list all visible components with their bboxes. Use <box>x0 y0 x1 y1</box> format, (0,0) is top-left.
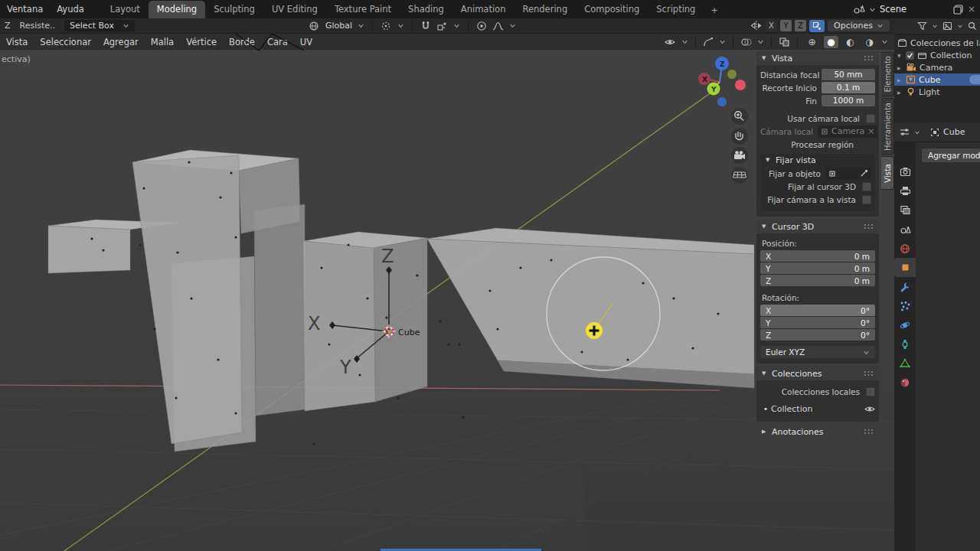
menu-ventana[interactable]: Ventana <box>0 4 50 15</box>
tab-particles[interactable] <box>894 296 916 315</box>
local-camera-checkbox[interactable] <box>866 114 875 123</box>
gizmo-neg-x-ball[interactable] <box>735 80 746 90</box>
expand-arrow-icon[interactable]: ▼ <box>897 53 903 58</box>
cursor-pos-z-field[interactable]: Z 0 m <box>760 275 875 286</box>
zoom-button[interactable] <box>731 108 748 125</box>
menu-cara[interactable]: Cara <box>261 37 294 47</box>
cursor-rot-y-field[interactable]: Y 0° <box>760 317 875 328</box>
chevron-down-icon[interactable] <box>932 23 938 29</box>
snap-toggle-button[interactable] <box>809 20 825 32</box>
snap-magnet-icon[interactable] <box>420 21 431 31</box>
add-modifier-button[interactable]: Agregar modificador <box>922 148 980 162</box>
tab-uv-editing[interactable]: UV Editing <box>263 1 326 18</box>
panel-colecciones-header[interactable]: ▼ Colecciones <box>756 367 879 380</box>
shading-wireframe-button[interactable]: ⊕ <box>805 36 819 48</box>
menu-malla[interactable]: Malla <box>145 37 180 47</box>
eye-icon[interactable] <box>864 405 875 413</box>
expand-arrow-icon[interactable]: ▶ <box>897 65 903 70</box>
rotation-order-dropdown[interactable]: Euler XYZ <box>760 346 875 358</box>
lock-object-field[interactable] <box>825 168 871 180</box>
focal-length-field[interactable]: 50 mm <box>822 69 875 80</box>
chevron-down-icon[interactable] <box>681 38 688 45</box>
cursor-pos-x-field[interactable]: X 0 m <box>760 250 875 262</box>
shading-solid-button[interactable]: ● <box>824 36 838 48</box>
proportional-editing-icon[interactable] <box>476 21 487 31</box>
shading-rendered-button[interactable]: ◑ <box>862 36 877 48</box>
tab-object-data[interactable] <box>894 354 916 373</box>
tab-compositing[interactable]: Compositing <box>576 1 648 18</box>
cursor-rot-x-field[interactable]: X 0° <box>760 305 875 316</box>
collection-item[interactable]: Collection <box>771 404 864 414</box>
tab-sculpting[interactable]: Sculpting <box>205 1 263 18</box>
tab-object[interactable] <box>894 258 916 277</box>
orientation-value[interactable]: Global <box>325 21 352 31</box>
grip-icon[interactable] <box>864 223 874 230</box>
local-collections-checkbox[interactable] <box>866 387 875 396</box>
mirror-y-toggle[interactable]: Y <box>780 20 792 31</box>
select-mode-dropdown[interactable]: Select Box <box>64 20 135 31</box>
menu-agregar[interactable]: Agregar <box>97 37 145 47</box>
tab-animation[interactable]: Animation <box>452 1 514 18</box>
overlays-icon[interactable] <box>740 37 753 47</box>
shading-material-button[interactable]: ◐ <box>843 36 858 48</box>
sidebar-tab-elemento[interactable]: Elemento <box>881 52 894 96</box>
resist-label[interactable]: Resiste.. <box>15 21 60 31</box>
sidebar-tab-herramienta[interactable]: Herramienta <box>881 98 894 155</box>
tab-constraints[interactable] <box>894 334 916 354</box>
outliner-row-cube[interactable]: ▶ Cube <box>894 73 980 86</box>
falloff-curve-icon[interactable] <box>492 21 504 31</box>
tab-physics[interactable] <box>894 315 916 334</box>
menu-seleccionar[interactable]: Seleccionar <box>34 37 97 47</box>
chevron-down-icon[interactable] <box>881 38 888 45</box>
menu-vista[interactable]: Vista <box>0 37 34 47</box>
tab-texture-paint[interactable]: Texture Paint <box>326 1 400 18</box>
chevron-down-icon[interactable] <box>757 38 764 45</box>
outliner-row-light[interactable]: ▶ Light <box>894 86 980 98</box>
pivot-point-icon[interactable] <box>381 21 392 31</box>
tab-output[interactable] <box>894 181 916 201</box>
cursor-pos-y-field[interactable]: Y 0 m <box>760 262 875 274</box>
xray-toggle-icon[interactable] <box>779 37 790 47</box>
editor-type-icon[interactable] <box>899 127 910 137</box>
outliner-row-camera[interactable]: ▶ Camera <box>894 61 980 73</box>
tab-shading[interactable]: Shading <box>400 1 452 18</box>
tab-material[interactable] <box>894 373 916 392</box>
breadcrumb[interactable]: Cube <box>943 127 965 137</box>
tab-modeling[interactable]: Modeling <box>149 1 205 18</box>
tab-rendering[interactable]: Rendering <box>514 1 576 18</box>
display-mode-icon[interactable] <box>942 21 952 31</box>
camera-local-field[interactable]: Camera × <box>818 126 877 138</box>
tab-modifiers[interactable] <box>894 277 916 296</box>
clip-end-field[interactable]: 1000 m <box>822 95 875 106</box>
add-workspace-button[interactable]: + <box>704 2 724 18</box>
panel-cursor-header[interactable]: ▼ Cursor 3D <box>756 220 879 233</box>
tab-layout[interactable]: Layout <box>102 1 149 18</box>
gizmos-icon[interactable] <box>703 37 714 47</box>
filter-icon[interactable] <box>917 21 927 31</box>
grip-icon[interactable] <box>864 370 874 377</box>
chevron-down-icon[interactable] <box>397 22 404 29</box>
chevron-down-icon[interactable] <box>914 129 920 135</box>
gizmo-neg-z-ball[interactable] <box>717 97 727 106</box>
expand-arrow-icon[interactable]: ▶ <box>897 77 903 83</box>
chevron-down-icon[interactable] <box>957 23 963 29</box>
eyedropper-icon[interactable] <box>860 169 868 178</box>
tab-scene[interactable] <box>894 220 916 239</box>
outliner-row-scene-collection[interactable]: Colecciones de la <box>894 37 980 49</box>
new-scene-icon[interactable] <box>952 4 964 15</box>
object-visibility-icon[interactable] <box>664 37 677 47</box>
grip-icon[interactable] <box>864 55 874 61</box>
tab-scripting[interactable]: Scripting <box>648 1 704 18</box>
menu-ayuda[interactable]: Ayuda <box>50 4 91 15</box>
mirror-x-toggle[interactable]: X <box>766 20 777 31</box>
search-icon[interactable] <box>968 21 977 31</box>
tab-view-layer[interactable] <box>894 201 916 220</box>
tab-world[interactable] <box>894 239 916 258</box>
chevron-down-icon[interactable] <box>719 38 726 45</box>
chevron-down-icon[interactable] <box>509 22 516 29</box>
grip-icon[interactable] <box>864 429 874 435</box>
panel-anotaciones-header[interactable]: ▶ Anotaciones <box>756 425 879 439</box>
mirror-z-toggle[interactable]: Z <box>795 20 806 31</box>
panel-vista-header[interactable]: ▼ Vista <box>756 51 879 65</box>
gizmo-neg-y-ball[interactable] <box>727 70 737 79</box>
